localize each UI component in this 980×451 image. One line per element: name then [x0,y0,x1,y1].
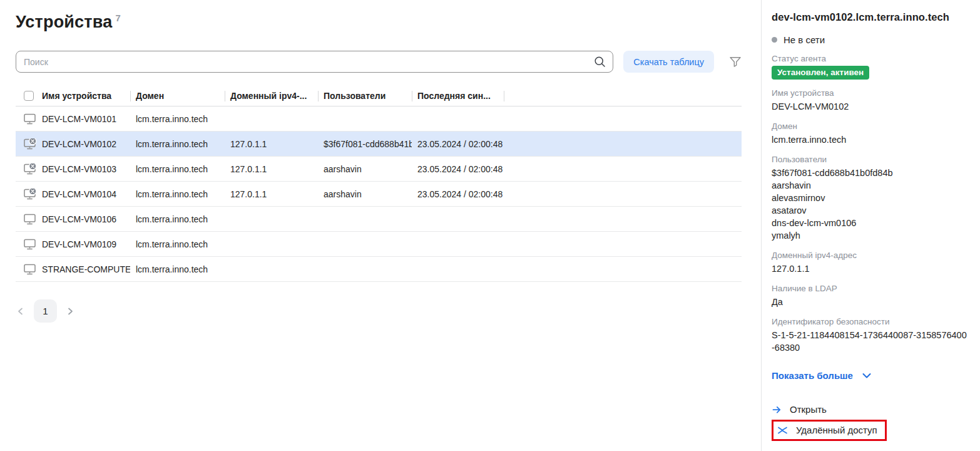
column-header-ipv4[interactable]: Доменный ipv4-... [225,86,318,106]
remote-access-label: Удалённый доступ [796,425,877,435]
last-sync-cell [412,257,504,281]
table-row[interactable]: STRANGE-COMPUTER lcm.terra.inno.tech [16,257,742,282]
last-sync-cell [412,106,504,131]
ipv4-cell [225,106,318,131]
domain-cell: lcm.terra.inno.tech [130,182,225,206]
users-field: Пользователи $3f67f081-cdd688b41b0fd84b … [772,154,967,242]
table-row[interactable]: DEV-LCM-VM0104 lcm.terra.inno.tech 127.0… [16,182,742,207]
column-header-users[interactable]: Пользователи [318,86,412,106]
user-item: aarshavin [772,179,967,192]
field-value: 127.0.1.1 [772,262,967,275]
domain-cell: lcm.terra.inno.tech [130,257,225,281]
users-cell [318,207,412,231]
device-fqdn-title: dev-lcm-vm0102.lcm.terra.inno.tech [772,10,967,24]
last-sync-cell [412,232,504,256]
field-label: Доменный ipv4-адрес [772,250,967,261]
ipv4-cell: 127.0.1.1 [225,157,318,181]
last-sync-cell [412,207,504,231]
last-sync-cell: 23.05.2024 / 02:00:48 [412,132,504,156]
field-value: DEV-LCM-VM0102 [772,100,967,113]
field-value: lcm.terra.inno.tech [772,133,967,146]
prev-page-button[interactable] [16,306,26,316]
device-online-icon [24,214,36,225]
field-label: Домен [772,121,967,132]
search-icon[interactable] [594,56,606,68]
device-name-cell: DEV-LCM-VM0103 [42,157,130,181]
users-cell: aarshavin [318,157,412,181]
column-header-domain[interactable]: Домен [130,86,225,106]
device-online-icon [24,264,36,275]
connection-status: Не в сети [772,34,967,45]
ipv4-cell [225,207,318,231]
table-header-row: Имя устройства Домен Доменный ipv4-... П… [16,86,742,106]
agent-status-badge: Установлен, активен [772,66,869,80]
field-label: Пользователи [772,154,967,165]
column-header-last-sync[interactable]: Последняя син... [412,86,504,106]
field-label: Наличие в LDAP [772,283,967,294]
ipv4-cell: 127.0.1.1 [225,132,318,156]
domain-cell: lcm.terra.inno.tech [130,232,225,256]
device-offline-icon [24,163,36,175]
device-details-panel: dev-lcm-vm0102.lcm.terra.inno.tech Не в … [761,0,980,451]
offline-status-dot [772,37,777,43]
search-box [16,51,613,73]
connection-status-label: Не в сети [783,34,825,45]
toolbar: Скачать таблицу [16,51,742,73]
column-header-name[interactable]: Имя устройства [42,86,130,106]
security-id-field: Идентификатор безопасности S-1-5-21-1184… [772,316,967,354]
user-item: alevasmirnov [772,192,967,204]
device-name-cell: DEV-LCM-VM0104 [42,182,130,206]
ipv4-field: Доменный ipv4-адрес 127.0.1.1 [772,250,967,275]
user-item: dns-dev-lcm-vm0106 [772,217,967,229]
next-page-button[interactable] [65,306,75,316]
users-cell [318,257,412,281]
page-title-text: Устройства [16,13,112,31]
show-more-label: Показать больше [772,370,853,381]
users-cell: $3f67f081-cdd688b41b0fd84b [318,132,412,156]
device-name-cell: DEV-LCM-VM0109 [42,232,130,256]
ipv4-cell [225,232,318,256]
last-sync-cell: 23.05.2024 / 02:00:48 [412,157,504,181]
page-number-button[interactable]: 1 [34,299,57,323]
device-offline-icon [24,138,36,150]
user-item: ymalyh [772,229,967,242]
device-online-icon [24,113,36,125]
ldap-field: Наличие в LDAP Да [772,283,967,308]
show-more-link[interactable]: Показать больше [772,370,872,381]
users-cell [318,106,412,131]
domain-cell: lcm.terra.inno.tech [130,157,225,181]
user-item: asatarov [772,204,967,217]
remote-access-action[interactable]: Удалённый доступ [778,425,877,435]
open-action[interactable]: Открыть [772,404,967,415]
devices-table: Имя устройства Домен Доменный ipv4-... П… [16,86,742,282]
user-item: $3f67f081-cdd688b41b0fd84b [772,167,967,179]
page-title: Устройства7 [16,13,761,32]
table-row[interactable]: DEV-LCM-VM0106 lcm.terra.inno.tech [16,207,742,232]
device-name-cell: STRANGE-COMPUTER [42,257,130,281]
table-row[interactable]: DEV-LCM-VM0101 lcm.terra.inno.tech [16,106,742,132]
download-table-button[interactable]: Скачать таблицу [623,51,714,73]
domain-cell: lcm.terra.inno.tech [130,207,225,231]
device-online-icon [24,239,36,250]
open-action-label: Открыть [790,404,827,415]
main-content: Устройства7 Скачать таблицу Имя устройст… [0,0,761,451]
device-offline-icon [24,189,36,200]
filter-icon[interactable] [729,56,742,68]
device-name-cell: DEV-LCM-VM0106 [42,207,130,231]
search-input[interactable] [16,51,613,73]
ipv4-cell: 127.0.1.1 [225,182,318,206]
table-row-selected[interactable]: DEV-LCM-VM0102 lcm.terra.inno.tech 127.0… [16,132,742,157]
devices-page: Устройства7 Скачать таблицу Имя устройст… [0,0,980,451]
table-row[interactable]: DEV-LCM-VM0109 lcm.terra.inno.tech [16,232,742,257]
arrow-right-icon [772,405,782,415]
table-row[interactable]: DEV-LCM-VM0103 lcm.terra.inno.tech 127.0… [16,157,742,182]
select-all-checkbox[interactable] [24,91,34,101]
users-cell [318,232,412,256]
device-name-cell: DEV-LCM-VM0101 [42,106,130,131]
device-name-cell: DEV-LCM-VM0102 [42,132,130,156]
ipv4-cell [225,257,318,281]
users-cell: aarshavin [318,182,412,206]
device-name-field: Имя устройства DEV-LCM-VM0102 [772,88,967,113]
agent-status-field: Статус агента Установлен, активен [772,53,967,80]
field-value: Да [772,296,967,308]
